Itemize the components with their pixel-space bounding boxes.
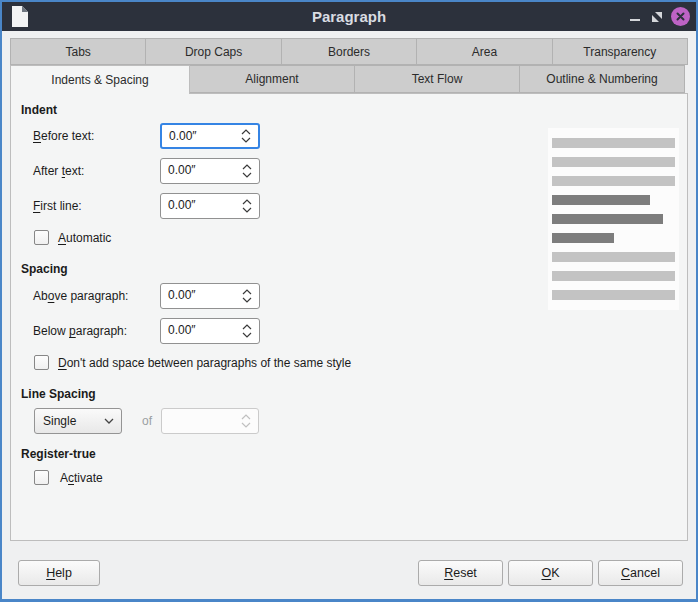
spin-up-icon[interactable] (241, 288, 253, 296)
before-text-label: Before text: (33, 129, 94, 143)
preview-bar (552, 290, 675, 300)
minimize-button[interactable] (625, 7, 644, 26)
minimize-icon (630, 19, 640, 21)
before-text-value: 0.00″ (162, 125, 234, 147)
spin-down-icon[interactable] (241, 296, 253, 304)
ok-button-label: OK (541, 566, 559, 580)
register-true-heading: Register-true (21, 447, 96, 461)
line-spacing-of-spin-buttons (234, 409, 258, 433)
tab-strip-secondary: Tabs Drop Caps Borders Area Transparency (10, 38, 688, 65)
tab-text-flow[interactable]: Text Flow (354, 65, 520, 93)
activate-label[interactable]: Activate (60, 471, 103, 485)
above-paragraph-label: Above paragraph: (33, 289, 128, 303)
tab-indents-spacing[interactable]: Indents & Spacing (10, 65, 190, 94)
spacing-heading: Spacing (21, 262, 68, 276)
first-line-value: 0.00″ (161, 194, 235, 218)
below-paragraph-label: Below paragraph: (33, 324, 127, 338)
line-spacing-value: Single (35, 414, 97, 428)
reset-button[interactable]: Reset (418, 560, 503, 586)
titlebar[interactable]: Paragraph (2, 2, 696, 31)
indent-heading: Indent (21, 103, 57, 117)
before-text-spin-buttons[interactable] (234, 125, 258, 147)
spin-down-icon[interactable] (240, 136, 252, 144)
cancel-button[interactable]: Cancel (598, 560, 683, 586)
chevron-down-icon (97, 417, 121, 425)
restore-button[interactable] (647, 7, 666, 26)
first-line-spinner[interactable]: 0.00″ (160, 193, 260, 219)
spin-down-icon[interactable] (241, 331, 253, 339)
after-text-label: After text: (33, 164, 84, 178)
close-button[interactable] (671, 7, 690, 26)
tab-transparency[interactable]: Transparency (552, 38, 688, 65)
preview-bar (552, 233, 614, 243)
spin-up-icon[interactable] (241, 163, 253, 171)
window-title: Paragraph (2, 2, 696, 31)
restore-icon (651, 11, 663, 23)
dont-add-space-label[interactable]: Don't add space between paragraphs of th… (58, 356, 351, 370)
spin-up-icon[interactable] (241, 323, 253, 331)
above-paragraph-spinner[interactable]: 0.00″ (160, 283, 260, 309)
tab-strip-primary: Indents & Spacing Alignment Text Flow Ou… (10, 65, 688, 93)
preview-bar (552, 252, 675, 262)
preview-pane (548, 128, 679, 310)
above-paragraph-spin-buttons[interactable] (235, 284, 259, 308)
tab-tabs[interactable]: Tabs (10, 38, 146, 65)
above-paragraph-value: 0.00″ (161, 284, 235, 308)
below-paragraph-spinner[interactable]: 0.00″ (160, 318, 260, 344)
preview-bar (552, 214, 663, 224)
after-text-value: 0.00″ (161, 159, 235, 183)
ok-button[interactable]: OK (508, 560, 593, 586)
preview-bar (552, 138, 675, 148)
indents-spacing-page: Indent Before text: 0.00″ After text: 0.… (10, 93, 688, 541)
tab-area[interactable]: Area (416, 38, 552, 65)
spin-up-icon (240, 413, 252, 421)
after-text-spinner[interactable]: 0.00″ (160, 158, 260, 184)
help-button-label: Help (46, 566, 72, 580)
line-spacing-heading: Line Spacing (21, 387, 96, 401)
automatic-checkbox[interactable] (34, 230, 49, 245)
spin-up-icon[interactable] (241, 198, 253, 206)
before-text-spinner[interactable]: 0.00″ (160, 123, 260, 149)
below-paragraph-spin-buttons[interactable] (235, 319, 259, 343)
line-spacing-dropdown[interactable]: Single (34, 408, 122, 434)
activate-checkbox[interactable] (34, 470, 49, 485)
tab-borders[interactable]: Borders (281, 38, 417, 65)
paragraph-dialog: Paragraph Tabs Drop Caps Borders Area Tr… (0, 0, 698, 602)
close-icon (671, 7, 690, 26)
tab-alignment[interactable]: Alignment (189, 65, 355, 93)
preview-bar (552, 195, 650, 205)
tab-outline-numbering[interactable]: Outline & Numbering (519, 65, 685, 93)
line-spacing-of-spinner (161, 408, 259, 434)
dont-add-space-checkbox[interactable] (34, 355, 49, 370)
first-line-spin-buttons[interactable] (235, 194, 259, 218)
line-spacing-of-value (162, 409, 234, 433)
preview-bar (552, 271, 675, 281)
reset-button-label: Reset (444, 566, 477, 580)
preview-bar (552, 176, 675, 186)
spin-up-icon[interactable] (240, 128, 252, 136)
tab-drop-caps[interactable]: Drop Caps (145, 38, 281, 65)
below-paragraph-value: 0.00″ (161, 319, 235, 343)
help-button[interactable]: Help (18, 560, 100, 586)
spin-down-icon[interactable] (241, 206, 253, 214)
first-line-label: First line: (33, 199, 82, 213)
spin-down-icon[interactable] (241, 171, 253, 179)
automatic-label[interactable]: Automatic (58, 231, 111, 245)
of-label: of (142, 414, 152, 428)
after-text-spin-buttons[interactable] (235, 159, 259, 183)
preview-bar (552, 157, 675, 167)
spin-down-icon (240, 421, 252, 429)
cancel-button-label: Cancel (621, 566, 660, 580)
